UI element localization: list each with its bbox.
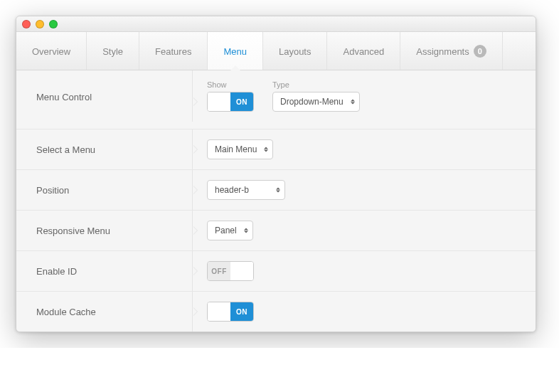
chevron-updown-icon [264,147,268,152]
select-value: Main Menu [215,144,257,154]
module-cache-toggle[interactable]: ON [207,302,254,322]
tab-bar: Overview Style Features Menu Layouts Adv… [16,32,536,70]
row-controls: Main Menu [193,129,536,169]
position-select[interactable]: header-b [207,180,285,200]
tab-layouts[interactable]: Layouts [263,32,328,70]
tab-label: Style [102,46,123,57]
toggle-off-side [208,92,230,111]
tab-label: Overview [32,46,70,57]
minimize-icon[interactable] [36,20,44,28]
row-position: Position header-b [16,169,536,210]
toggle-on-side: ON [230,92,253,111]
row-controls: header-b [193,170,536,210]
row-responsive-menu: Responsive Menu Panel [16,210,536,250]
field-label: Type [272,80,360,89]
row-controls: OFF [193,251,536,291]
tab-label: Features [155,46,191,57]
row-label: Enable ID [16,266,193,277]
responsive-select[interactable]: Panel [207,221,253,240]
zoom-icon[interactable] [49,20,58,28]
field-show: Show ON [207,80,254,112]
row-controls: Panel [193,211,536,250]
field-type: Type Dropdown-Menu [272,80,360,112]
select-value: Panel [215,226,237,235]
row-menu-control: Menu Control Show ON Type Dropdown-Menu [16,70,536,129]
field-label: Show [207,80,254,89]
chevron-updown-icon [351,100,355,105]
toggle-on-side: ON [230,302,253,321]
tab-features[interactable]: Features [139,32,208,70]
row-label: Menu Control [16,70,193,102]
row-label: Module Cache [16,307,193,317]
type-select[interactable]: Dropdown-Menu [272,92,360,112]
select-value: Dropdown-Menu [280,97,344,107]
chevron-updown-icon [244,228,248,233]
tab-label: Assignments [416,46,469,57]
settings-rows: Menu Control Show ON Type Dropdown-Menu [16,70,536,332]
row-controls: Show ON Type Dropdown-Menu [193,70,536,122]
close-icon[interactable] [22,20,31,28]
row-enable-id: Enable ID OFF [16,250,536,291]
toggle-on-side [230,262,253,280]
toggle-off-side [208,302,230,321]
tab-assignments[interactable]: Assignments 0 [400,32,502,70]
assignments-badge: 0 [474,45,486,58]
row-controls: ON [193,292,536,332]
tab-overview[interactable]: Overview [16,32,87,70]
row-label: Select a Menu [16,144,193,155]
show-toggle[interactable]: ON [207,92,254,112]
tab-advanced[interactable]: Advanced [327,32,400,70]
tab-label: Layouts [279,46,312,57]
row-label: Position [16,185,193,196]
toggle-off-side: OFF [208,262,230,280]
tab-label: Advanced [343,46,384,57]
row-label: Responsive Menu [16,226,193,236]
tab-style[interactable]: Style [87,32,139,70]
window-titlebar [16,16,536,32]
row-module-cache: Module Cache ON [16,291,536,332]
tab-label: Menu [223,46,247,57]
tab-menu[interactable]: Menu [208,32,263,70]
row-select-menu: Select a Menu Main Menu [16,129,536,169]
enable-id-toggle[interactable]: OFF [207,261,254,281]
menu-select[interactable]: Main Menu [207,139,273,159]
select-value: header-b [215,185,249,195]
chevron-updown-icon [276,188,280,193]
settings-window: Overview Style Features Menu Layouts Adv… [16,16,536,332]
